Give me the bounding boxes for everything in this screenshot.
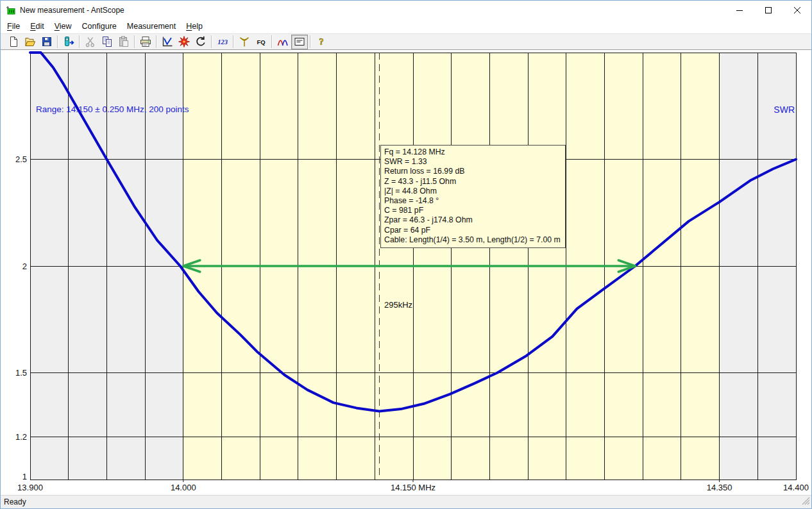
maximize-button[interactable] — [754, 1, 782, 19]
toolbar-refresh-button[interactable] — [192, 35, 209, 49]
svg-text:14.400: 14.400 — [783, 483, 809, 492]
cursor-info-line: C = 981 pF — [384, 206, 561, 215]
save-file-icon — [40, 35, 53, 48]
svg-text:14.350: 14.350 — [707, 483, 732, 492]
close-button[interactable] — [782, 1, 811, 19]
toolbar-save-file-button[interactable] — [38, 35, 55, 49]
range-overlay-label: Range: 14.150 ± 0.250 MHz, 200 points — [36, 104, 189, 114]
svg-text:14.000: 14.000 — [171, 483, 196, 492]
toolbar-numeric-123-button[interactable]: 123 — [214, 35, 231, 49]
app-icon — [6, 5, 16, 15]
caption-buttons — [725, 1, 811, 19]
toolbar-help-button[interactable]: ? — [313, 35, 330, 49]
svg-text:1.5: 1.5 — [15, 368, 27, 378]
app-window: New measurement - AntScope FileEditViewC… — [0, 0, 812, 509]
minimize-button[interactable] — [725, 1, 754, 19]
toolbar-cut-button — [82, 35, 99, 49]
svg-text:123: 123 — [217, 38, 228, 46]
toolbar-antenna-button[interactable] — [236, 35, 253, 49]
help-icon: ? — [315, 35, 328, 48]
delete-burst-icon — [178, 35, 190, 48]
frequency-fq-icon: FQ — [255, 35, 267, 48]
cursor-info-line: SWR = 1.33 — [384, 157, 561, 167]
menu-item-view[interactable]: View — [49, 21, 77, 32]
curves-overlay-icon — [276, 35, 289, 48]
cursor-info-line: |Z| = 44.8 Ohm — [384, 187, 561, 196]
toolbar-separator — [57, 35, 58, 48]
svg-text:2.5: 2.5 — [15, 154, 27, 164]
cursor-info-line: Zpar = 46.3 - j174.8 Ohm — [384, 215, 561, 225]
swr-series-label: SWR — [774, 104, 795, 115]
new-file-icon — [7, 35, 20, 48]
menu-item-file[interactable]: File — [2, 21, 25, 32]
title-bar[interactable]: New measurement - AntScope — [1, 1, 811, 19]
toolbar-info-panel-button[interactable] — [291, 35, 308, 49]
toolbar-copy-button[interactable] — [99, 35, 115, 49]
print-icon — [139, 35, 152, 48]
menu-bar: FileEditViewConfigureMeasurementHelp — [1, 19, 811, 33]
menu-item-help[interactable]: Help — [181, 21, 208, 32]
toolbar-separator — [211, 35, 212, 48]
cursor-info-line: Return loss = 16.99 dB — [384, 167, 561, 176]
cursor-info-line: Phase = -14.8 ° — [384, 196, 561, 206]
cursor-info-line: Fq = 14.128 MHz — [384, 147, 561, 157]
toolbar-open-file-button[interactable] — [22, 35, 38, 49]
toolbar-delete-burst-button[interactable] — [176, 35, 192, 49]
menu-item-configure[interactable]: Configure — [77, 21, 122, 32]
toolbar-frequency-fq-button[interactable]: FQ — [253, 35, 269, 49]
info-panel-icon — [293, 35, 306, 48]
cursor-info-line: Z = 43.3 - j11.5 Ohm — [384, 177, 561, 187]
toolbar-analyzer-connect-button[interactable] — [60, 35, 77, 49]
resize-grip-icon[interactable] — [802, 497, 810, 507]
cursor-info-line: Cpar = 64 pF — [384, 226, 561, 235]
status-bar: Ready — [1, 495, 811, 508]
toolbar-new-file-button[interactable] — [5, 35, 22, 49]
paste-icon — [117, 35, 130, 48]
toolbar-separator — [310, 35, 311, 48]
chart-region: 13.90014.00014.150 MHz14.35014.40011.21.… — [1, 50, 812, 495]
cut-icon — [84, 35, 97, 48]
analyzer-connect-icon — [62, 35, 75, 48]
x-axis-labels: 13.90014.00014.150 MHz14.35014.400 — [17, 480, 809, 492]
chart-view-icon — [161, 35, 174, 48]
svg-text:?: ? — [319, 37, 323, 47]
toolbar: 123FQ? — [1, 33, 811, 50]
toolbar-paste-button — [115, 35, 132, 49]
numeric-123-icon: 123 — [216, 35, 229, 48]
toolbar-separator — [156, 35, 157, 48]
svg-text:13.900: 13.900 — [17, 483, 43, 492]
toolbar-separator — [233, 35, 234, 48]
menu-item-measurement[interactable]: Measurement — [122, 21, 181, 32]
status-text: Ready — [4, 497, 26, 506]
svg-text:2: 2 — [22, 262, 27, 271]
maximize-icon — [765, 7, 772, 13]
swr-chart[interactable]: 13.90014.00014.150 MHz14.35014.40011.21.… — [1, 50, 812, 495]
toolbar-curves-overlay-button[interactable] — [275, 35, 291, 49]
svg-text:FQ: FQ — [257, 38, 265, 46]
toolbar-separator — [79, 35, 80, 48]
close-icon — [794, 7, 800, 13]
toolbar-separator — [271, 35, 273, 48]
window-title: New measurement - AntScope — [20, 6, 124, 15]
y-axis-labels: 11.21.522.5 — [15, 154, 27, 481]
svg-text:1.2: 1.2 — [15, 432, 27, 442]
open-file-icon — [24, 35, 37, 48]
minimize-icon — [736, 7, 743, 13]
svg-text:1: 1 — [22, 472, 27, 481]
svg-text:14.150 MHz: 14.150 MHz — [391, 483, 436, 492]
toolbar-chart-view-button[interactable] — [159, 35, 176, 49]
antenna-icon — [238, 35, 251, 48]
cursor-info-line: Cable: Length(1/4) = 3.50 m, Length(1/2)… — [384, 235, 561, 245]
toolbar-separator — [134, 35, 135, 48]
copy-icon — [101, 35, 114, 48]
toolbar-print-button[interactable] — [137, 35, 154, 49]
bandwidth-value-label: 295kHz — [384, 300, 412, 310]
refresh-icon — [194, 35, 207, 48]
menu-item-edit[interactable]: Edit — [25, 21, 49, 32]
cursor-info-box: Fq = 14.128 MHzSWR = 1.33Return loss = 1… — [380, 145, 566, 248]
